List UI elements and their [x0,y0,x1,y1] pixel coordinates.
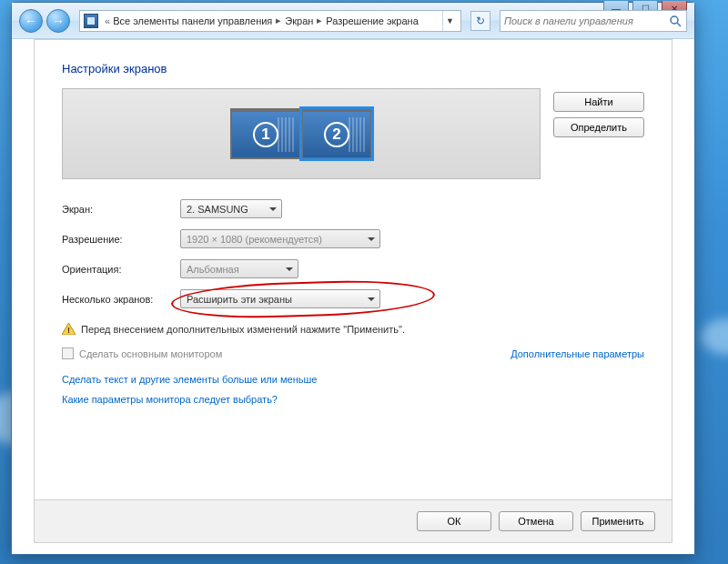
warning-icon: ! [62,323,76,335]
select-multiple-displays[interactable]: Расширить эти экраны [180,289,380,308]
search-icon [668,14,682,28]
checkbox-row: Сделать основным монитором Дополнительны… [62,347,644,359]
svg-point-0 [671,16,678,24]
svg-line-1 [677,23,681,26]
primary-monitor-checkbox [62,347,74,359]
nav-buttons: ← → [19,9,70,33]
row-orientation: Ориентация: Альбомная [62,259,644,278]
window: — ☐ ✕ ← → « Все элементы панели управлен… [11,2,695,555]
advanced-settings-link[interactable]: Дополнительные параметры [511,348,644,359]
search-input[interactable] [504,15,682,26]
navigation-bar: ← → « Все элементы панели управления ▸ Э… [12,3,694,39]
preview-side-buttons: Найти Определить [553,88,644,137]
back-button[interactable]: ← [19,9,43,33]
help-links: Сделать текст и другие элементы больше и… [62,374,644,405]
label-multiple: Несколько экранов: [62,294,180,305]
row-resolution: Разрешение: 1920 × 1080 (рекомендуется) [62,229,644,248]
ok-button[interactable]: ОК [417,511,491,531]
forward-button[interactable]: → [46,9,70,33]
detect-button[interactable]: Определить [553,117,644,137]
refresh-icon: ↻ [476,15,485,27]
find-button[interactable]: Найти [553,92,644,112]
primary-monitor-checkbox-group: Сделать основным монитором [62,347,222,359]
which-settings-link[interactable]: Какие параметры монитора следует выбрать… [62,394,644,405]
label-screen: Экран: [62,204,180,215]
breadcrumb-sep-icon: ▸ [276,15,281,26]
primary-monitor-label: Сделать основным монитором [79,348,222,359]
monitor-2[interactable]: 2 [301,108,372,159]
breadcrumb[interactable]: « Все элементы панели управления ▸ Экран… [79,10,461,32]
breadcrumb-item-display[interactable]: Экран [285,15,313,26]
back-arrow-icon: ← [25,14,37,28]
chevrons-icon: « [105,15,110,26]
page: Настройки экранов 1 2 Найти Определить [34,39,672,543]
breadcrumb-sep-icon: ▸ [317,15,322,26]
label-orientation: Ориентация: [62,264,180,275]
select-screen[interactable]: 2. SAMSUNG [180,199,282,218]
breadcrumb-dropdown[interactable]: ▼ [442,11,457,31]
content-area: Настройки экранов 1 2 Найти Определить [12,39,694,554]
forward-arrow-icon: → [52,14,65,28]
monitor-number: 1 [253,122,278,147]
monitor-1[interactable]: 1 [230,108,301,159]
apply-button[interactable]: Применить [581,511,655,531]
text-size-link[interactable]: Сделать текст и другие элементы больше и… [62,374,644,385]
display-preview[interactable]: 1 2 [62,88,541,179]
select-orientation[interactable]: Альбомная [180,259,298,278]
display-preview-row: 1 2 Найти Определить [62,88,644,179]
select-resolution[interactable]: 1920 × 1080 (рекомендуется) [180,229,380,248]
bottom-button-row: ОК Отмена Применить [35,499,672,542]
row-screen: Экран: 2. SAMSUNG [62,199,644,218]
warning-text: Перед внесением дополнительных изменений… [81,324,405,335]
svg-text:!: ! [67,326,70,335]
monitor-number: 2 [324,122,349,147]
breadcrumb-item-all[interactable]: Все элементы панели управления [113,15,272,26]
label-resolution: Разрешение: [62,234,180,245]
warning-row: ! Перед внесением дополнительных изменен… [62,323,644,335]
form: Экран: 2. SAMSUNG Разрешение: 1920 × 108… [62,199,644,319]
row-multiple-displays: Несколько экранов: Расширить эти экраны [62,289,644,308]
refresh-button[interactable]: ↻ [470,11,490,31]
cancel-button[interactable]: Отмена [499,511,573,531]
search-box[interactable] [500,10,687,32]
control-panel-icon [84,14,98,28]
breadcrumb-item-resolution[interactable]: Разрешение экрана [326,15,418,26]
page-title: Настройки экранов [62,62,644,76]
